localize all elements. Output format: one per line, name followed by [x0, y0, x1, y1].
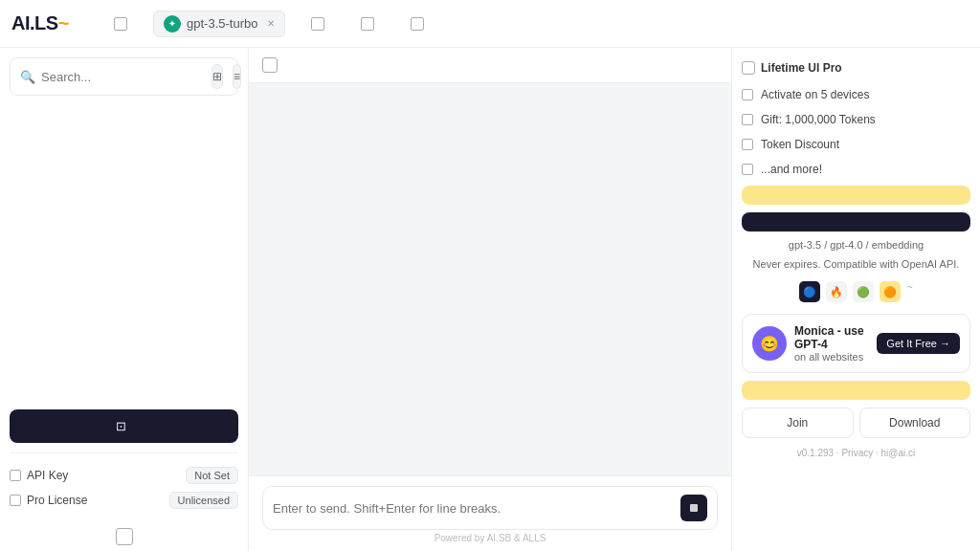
monica-title: Monica - use GPT-4: [794, 324, 869, 351]
pro-license-badge[interactable]: Unlicensed: [169, 492, 238, 509]
nav-tab-1[interactable]: [103, 12, 138, 35]
app-icon-chrome: 🔵: [799, 281, 820, 302]
monica-sub: on all websites: [794, 351, 869, 363]
chat-area: Powered by AI.SB & ALLS: [249, 48, 731, 551]
download-button[interactable]: Download: [859, 408, 971, 438]
search-bar: 🔍 ⊞ ≡: [10, 57, 238, 96]
promo-api-button[interactable]: [742, 212, 970, 231]
promo-item-2: Gift: 1,000,000 Tokens: [742, 111, 970, 128]
tab-icon-3: [311, 17, 324, 31]
chat-header: [249, 48, 731, 83]
sidebar-collapse-button[interactable]: [116, 528, 133, 545]
app-icon-orange: 🟠: [880, 281, 901, 302]
tab-icon-4: [361, 17, 374, 31]
promo-yellow-btn-2[interactable]: [742, 381, 970, 400]
nav-tab-5[interactable]: [400, 12, 434, 35]
pro-license-label-wrapper: Pro License: [10, 494, 87, 507]
chat-input-wrapper: [262, 486, 718, 530]
promo-check-3: [742, 139, 753, 150]
app-logo: AI.LS~: [11, 12, 88, 34]
promo-header: Lifetime UI Pro: [742, 57, 970, 78]
promo-api-info-1: gpt-3.5 / gpt-4.0 / embedding: [742, 239, 970, 251]
promo-text-1: Activate on 5 devices: [761, 88, 869, 101]
promo-title: Lifetime UI Pro: [761, 61, 842, 75]
nav-tab-gpt[interactable]: ✦ gpt-3.5-turbo ✕: [153, 11, 285, 37]
tab-close-icon[interactable]: ✕: [267, 18, 275, 29]
app-icon-fire: 🔥: [826, 281, 847, 302]
chat-input-area: Powered by AI.SB & ALLS: [249, 475, 731, 551]
promo-buy-button[interactable]: [742, 186, 970, 205]
promo-item-3: Token Discount: [742, 136, 970, 153]
promo-panel: Lifetime UI Pro Activate on 5 devices Gi…: [731, 48, 980, 551]
top-nav: AI.LS~ ✦ gpt-3.5-turbo ✕: [0, 0, 980, 48]
sidebar-footer: API Key Not Set Pro License Unlicensed: [10, 452, 238, 522]
tab-icon-5: [411, 17, 424, 31]
promo-check-2: [742, 114, 753, 125]
search-action-button[interactable]: ⊞: [212, 64, 223, 89]
pro-license-label: Pro License: [27, 494, 87, 507]
send-button[interactable]: [680, 495, 707, 521]
api-key-label: API Key: [27, 469, 68, 482]
promo-text-3: Token Discount: [761, 138, 839, 151]
powered-by-label: Powered by AI.SB & ALLS: [262, 530, 718, 545]
new-chat-button[interactable]: ⊡: [10, 409, 238, 443]
promo-text-4: ...and more!: [761, 163, 822, 176]
search-input[interactable]: [41, 70, 202, 84]
monica-get-button[interactable]: Get It Free →: [877, 333, 960, 354]
monica-card: 😊 Monica - use GPT-4 on all websites Get…: [742, 314, 970, 373]
join-button[interactable]: Join: [742, 408, 854, 438]
promo-check-4: [742, 164, 753, 175]
promo-check-1: [742, 89, 753, 100]
new-chat-icon: ⊡: [116, 419, 126, 433]
pro-license-icon: [10, 495, 21, 506]
promo-item-1: Activate on 5 devices: [742, 86, 970, 103]
chat-header-icon: [262, 57, 278, 73]
api-key-icon: [10, 470, 21, 481]
tab-icon-1: [114, 17, 127, 31]
svg-rect-0: [690, 504, 698, 512]
monica-avatar: 😊: [752, 326, 787, 361]
logo-dot: ~: [58, 12, 69, 34]
promo-footer-btns: Join Download: [742, 408, 970, 438]
main-layout: 🔍 ⊞ ≡ ⊡ API Key Not Set Pro L: [0, 48, 980, 551]
app-icon-more: ~: [906, 281, 912, 302]
app-icon-green: 🟢: [853, 281, 874, 302]
monica-text: Monica - use GPT-4 on all websites: [794, 324, 869, 363]
sidebar-content: [10, 105, 238, 409]
sidebar-bottom-icon-wrapper: [10, 522, 238, 551]
promo-item-4: ...and more!: [742, 161, 970, 178]
api-key-badge[interactable]: Not Set: [186, 467, 238, 484]
version-text: v0.1.293 · Privacy · hi@ai.ci: [742, 446, 970, 458]
sidebar: 🔍 ⊞ ≡ ⊡ API Key Not Set Pro L: [0, 48, 249, 551]
search-icon: 🔍: [20, 70, 35, 84]
promo-icons-row: 🔵 🔥 🟢 🟠 ~: [742, 281, 970, 302]
pro-license-item: Pro License Unlicensed: [10, 488, 238, 513]
promo-text-2: Gift: 1,000,000 Tokens: [761, 113, 876, 126]
promo-header-icon: [742, 61, 755, 75]
nav-tab-4[interactable]: [350, 12, 385, 35]
nav-tab-gpt-label: gpt-3.5-turbo: [187, 16, 257, 31]
logo-text: AI.LS: [11, 12, 58, 34]
chat-messages[interactable]: [249, 83, 731, 475]
sidebar-toggle-button[interactable]: ≡: [233, 64, 241, 89]
openai-icon: ✦: [164, 15, 181, 33]
promo-api-info-2: Never expires. Compatible with OpenAI AP…: [742, 258, 970, 270]
api-key-item: API Key Not Set: [10, 463, 238, 488]
nav-tab-3[interactable]: [301, 12, 335, 35]
chat-input[interactable]: [273, 501, 673, 516]
api-key-label-wrapper: API Key: [10, 469, 68, 482]
